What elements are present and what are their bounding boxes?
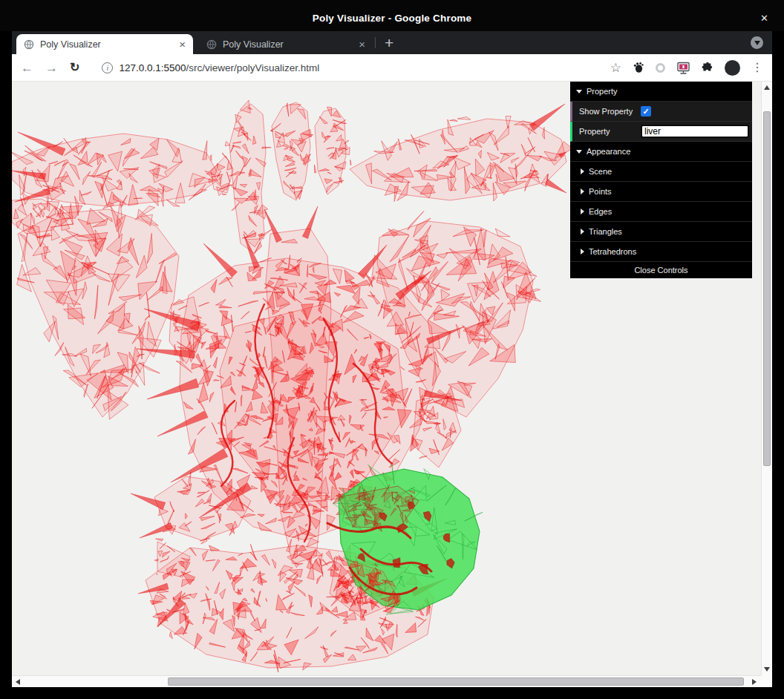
tab-close-button[interactable]: × bbox=[357, 38, 367, 50]
gnome-foot-extension-icon[interactable] bbox=[633, 62, 644, 73]
menu-button[interactable]: ⋮ bbox=[751, 62, 763, 73]
chevron-right-icon bbox=[581, 249, 584, 255]
folder-label: Edges bbox=[589, 207, 612, 216]
folder-label: Scene bbox=[589, 167, 612, 176]
browser-toolbar: ← → ↻ i 127.0.0.1:5500/src/viewer/polyVi… bbox=[12, 54, 772, 82]
control-label: Property bbox=[572, 127, 641, 136]
forward-button[interactable]: → bbox=[45, 62, 58, 74]
tab-divider bbox=[375, 37, 376, 48]
bookmark-star-icon[interactable]: ☆ bbox=[610, 62, 621, 74]
tab-label: Poly Visualizer bbox=[40, 39, 177, 50]
folder-label: Property bbox=[587, 87, 618, 96]
url-host: 127.0.0.1:5500 bbox=[119, 62, 186, 73]
browser-window: Poly Visualizer × Poly Visualizer × + ← … bbox=[12, 31, 772, 687]
new-tab-button[interactable]: + bbox=[385, 35, 393, 50]
folder-points[interactable]: Points bbox=[570, 182, 752, 202]
chevron-right-icon bbox=[581, 229, 584, 234]
close-controls-button[interactable]: Close Controls bbox=[570, 262, 752, 278]
address-bar[interactable]: 127.0.0.1:5500/src/viewer/polyVisualizer… bbox=[119, 62, 319, 73]
row-show-property: Show Property bbox=[570, 102, 752, 122]
property-input[interactable] bbox=[641, 125, 749, 138]
extensions-puzzle-icon[interactable] bbox=[702, 62, 713, 73]
chevron-right-icon bbox=[581, 209, 584, 214]
scroll-right-arrow[interactable] bbox=[752, 679, 757, 685]
folder-edges[interactable]: Edges bbox=[570, 202, 752, 222]
folder-label: Appearance bbox=[587, 147, 630, 156]
profile-avatar[interactable] bbox=[725, 60, 740, 76]
chevron-down-icon bbox=[754, 41, 760, 45]
tab-poly-visualizer-inactive[interactable]: Poly Visualizer × bbox=[199, 34, 373, 54]
page-content: Property Show Property Property Appearan… bbox=[12, 82, 772, 687]
window-title: Poly Visualizer - Google Chrome bbox=[0, 13, 784, 24]
chevron-down-icon bbox=[576, 90, 582, 93]
vertical-scrollbar[interactable] bbox=[761, 82, 772, 675]
folder-label: Points bbox=[589, 187, 612, 196]
row-property: Property bbox=[570, 122, 752, 142]
scroll-up-arrow[interactable] bbox=[764, 85, 770, 90]
dat-gui-panel: Property Show Property Property Appearan… bbox=[570, 82, 752, 278]
show-property-checkbox[interactable] bbox=[641, 106, 651, 116]
toolbar-actions: ☆ ⋮ bbox=[610, 60, 763, 76]
tab-chevron-button[interactable] bbox=[751, 36, 763, 49]
window-close-button[interactable]: ✕ bbox=[760, 13, 768, 24]
folder-property[interactable]: Property bbox=[570, 82, 752, 102]
tab-close-button[interactable]: × bbox=[177, 38, 187, 50]
folder-triangles[interactable]: Triangles bbox=[570, 222, 752, 242]
url-path: /src/viewer/polyVisualizer.html bbox=[186, 62, 320, 73]
chevron-down-icon bbox=[576, 150, 582, 154]
folder-label: Tetrahedrons bbox=[589, 247, 636, 256]
chevron-right-icon bbox=[581, 188, 584, 194]
window-titlebar: Poly Visualizer - Google Chrome ✕ bbox=[0, 0, 784, 31]
screen-share-extension-icon[interactable] bbox=[676, 62, 690, 74]
folder-label: Triangles bbox=[589, 227, 622, 236]
scroll-down-arrow[interactable] bbox=[764, 667, 770, 672]
back-button[interactable]: ← bbox=[21, 62, 33, 74]
tab-strip: Poly Visualizer × Poly Visualizer × + bbox=[12, 31, 772, 54]
reload-button[interactable]: ↻ bbox=[70, 62, 79, 73]
folder-appearance[interactable]: Appearance bbox=[570, 142, 752, 162]
folder-scene[interactable]: Scene bbox=[570, 162, 752, 182]
globe-favicon-icon bbox=[24, 39, 34, 50]
scrollbar-corner bbox=[761, 675, 772, 687]
tab-label: Poly Visualizer bbox=[223, 39, 357, 50]
horizontal-scroll-thumb[interactable] bbox=[168, 677, 744, 686]
vertical-scroll-thumb[interactable] bbox=[763, 111, 771, 466]
folder-tetrahedrons[interactable]: Tetrahedrons bbox=[570, 242, 752, 262]
ring-extension-icon[interactable] bbox=[656, 63, 665, 73]
scroll-left-arrow[interactable] bbox=[16, 679, 20, 685]
chevron-right-icon bbox=[581, 168, 584, 174]
globe-favicon-icon bbox=[206, 39, 217, 50]
chrome-window: Poly Visualizer - Google Chrome ✕ Poly V… bbox=[0, 0, 784, 699]
tab-poly-visualizer-active[interactable]: Poly Visualizer × bbox=[16, 34, 193, 54]
horizontal-scrollbar[interactable] bbox=[12, 675, 761, 687]
site-info-icon[interactable]: i bbox=[102, 62, 113, 73]
control-label: Show Property bbox=[572, 107, 641, 116]
